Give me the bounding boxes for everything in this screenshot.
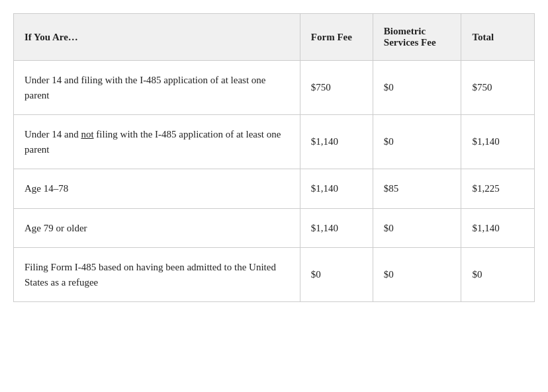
cell-condition: Age 79 or older (14, 208, 300, 248)
table-row: Age 79 or older$1,140$0$1,140 (14, 208, 534, 248)
cell-biometric-fee: $0 (373, 248, 461, 302)
cell-biometric-fee: $0 (373, 115, 461, 169)
cell-total: $1,140 (461, 115, 534, 169)
header-biometric: Biometric Services Fee (373, 14, 461, 61)
header-condition: If You Are… (14, 14, 300, 61)
cell-form-fee: $1,140 (300, 208, 373, 248)
table-header-row: If You Are… Form Fee Biometric Services … (14, 14, 534, 61)
cell-condition: Filing Form I-485 based on having been a… (14, 248, 300, 302)
header-total: Total (461, 14, 534, 61)
fee-table: If You Are… Form Fee Biometric Services … (14, 14, 534, 301)
cell-total: $1,140 (461, 208, 534, 248)
table-row: Filing Form I-485 based on having been a… (14, 248, 534, 302)
cell-biometric-fee: $0 (373, 208, 461, 248)
cell-biometric-fee: $85 (373, 169, 461, 209)
cell-form-fee: $1,140 (300, 169, 373, 209)
cell-form-fee: $750 (300, 61, 373, 115)
cell-condition: Under 14 and not filing with the I-485 a… (14, 115, 300, 169)
cell-form-fee: $0 (300, 248, 373, 302)
table-row: Under 14 and not filing with the I-485 a… (14, 115, 534, 169)
table-row: Age 14–78$1,140$85$1,225 (14, 169, 534, 209)
cell-condition: Under 14 and filing with the I-485 appli… (14, 61, 300, 115)
cell-total: $1,225 (461, 169, 534, 209)
cell-total: $0 (461, 248, 534, 302)
table-row: Under 14 and filing with the I-485 appli… (14, 61, 534, 115)
cell-total: $750 (461, 61, 534, 115)
cell-biometric-fee: $0 (373, 61, 461, 115)
cell-condition: Age 14–78 (14, 169, 300, 209)
fee-table-wrapper: If You Are… Form Fee Biometric Services … (13, 13, 535, 302)
header-form-fee: Form Fee (300, 14, 373, 61)
cell-form-fee: $1,140 (300, 115, 373, 169)
